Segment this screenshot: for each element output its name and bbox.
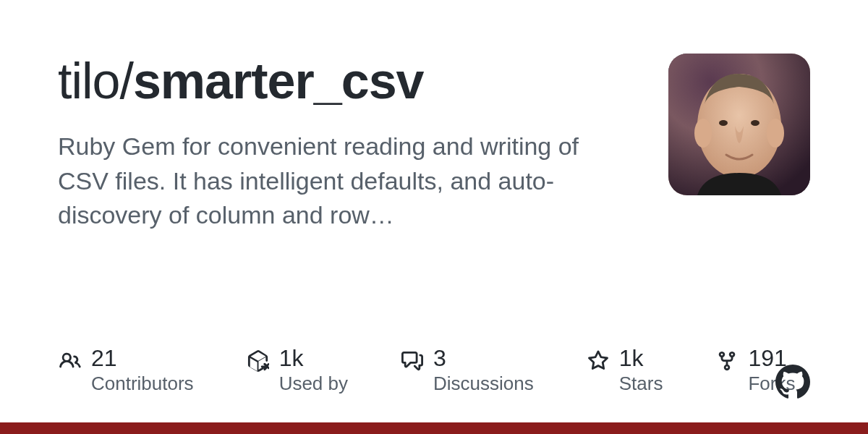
stat-used-by[interactable]: 1k Used by [246, 346, 348, 395]
stat-value: 1k [279, 346, 348, 371]
repo-forked-icon [715, 349, 739, 373]
repo-separator: / [119, 53, 132, 109]
github-logo-icon[interactable] [775, 365, 810, 399]
stat-value: 21 [91, 346, 194, 371]
owner-avatar[interactable] [668, 54, 810, 195]
accent-bar [0, 422, 868, 434]
stat-text: 21 Contributors [91, 346, 194, 395]
stats-row: 21 Contributors 1k Used by 3 Discussions… [58, 346, 810, 395]
stat-text: 1k Stars [619, 346, 663, 395]
stat-label: Used by [279, 373, 348, 395]
repo-name[interactable]: smarter_csv [133, 53, 424, 109]
stat-label: Stars [619, 373, 663, 395]
comment-discussion-icon [400, 349, 425, 373]
stat-text: 3 Discussions [433, 346, 534, 395]
people-icon [58, 349, 82, 373]
stat-label: Discussions [433, 373, 534, 395]
svg-point-4 [694, 119, 712, 148]
main-column: tilo/smarter_csv Ruby Gem for convenient… [58, 54, 637, 233]
repo-owner[interactable]: tilo [58, 53, 119, 109]
package-dependents-icon [246, 349, 271, 373]
svg-point-5 [767, 119, 784, 148]
stat-contributors[interactable]: 21 Contributors [58, 346, 194, 395]
repo-title[interactable]: tilo/smarter_csv [58, 54, 637, 109]
stat-label: Contributors [91, 373, 194, 395]
stat-discussions[interactable]: 3 Discussions [400, 346, 534, 395]
avatar-container [668, 54, 810, 233]
stat-value: 3 [433, 346, 534, 371]
stat-value: 1k [619, 346, 663, 371]
svg-point-2 [719, 120, 728, 126]
stat-stars[interactable]: 1k Stars [586, 346, 663, 395]
star-icon [586, 349, 610, 373]
card-content: tilo/smarter_csv Ruby Gem for convenient… [0, 0, 868, 233]
svg-point-3 [751, 120, 760, 126]
repo-description: Ruby Gem for convenient reading and writ… [58, 129, 608, 233]
stat-text: 1k Used by [279, 346, 348, 395]
